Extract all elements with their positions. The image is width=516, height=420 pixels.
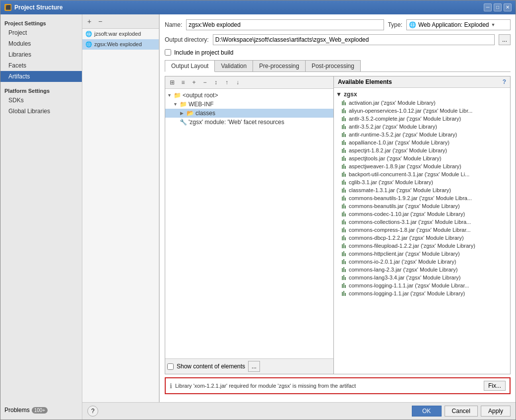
apply-button[interactable]: Apply [481, 406, 511, 417]
artifact-item-label: zgsx:Web exploded [94, 41, 142, 47]
artifact-tabs: Output Layout Validation Pre-processing … [165, 60, 511, 72]
tree-remove-btn[interactable]: − [200, 78, 210, 87]
sidebar-item-libraries[interactable]: Libraries [0, 49, 82, 60]
tree-sort-btn[interactable]: ↕ [211, 78, 221, 87]
sidebar-item-modules[interactable]: Modules [0, 38, 82, 49]
item-label: commons-dbcp-1.2.2.jar ('zgsx' Module Li… [349, 235, 464, 241]
artifact-item-label: jzsoft:war exploded [94, 31, 141, 37]
item-label: aopalliance-1.0.jar ('zgsx' Module Libra… [349, 140, 450, 145]
artifact-item-jzsoft[interactable]: 🌐 jzsoft:war exploded [82, 29, 159, 39]
elements-item[interactable]: commons-beanutils.jar ('zgsx' Module Lib… [334, 202, 510, 210]
close-button[interactable]: ✕ [504, 3, 512, 11]
elements-item[interactable]: commons-lang3-3.4.jar ('zgsx' Module Lib… [334, 274, 510, 281]
elements-item[interactable]: aliyun-openservices-1.0.12.jar ('zgsx' M… [334, 107, 510, 115]
elements-item[interactable]: backport-util-concurrent-3.1.jar ('zgsx'… [334, 170, 510, 178]
info-icon: ℹ [170, 382, 172, 390]
tab-content: ⊞ ≡ + − ↕ ↑ ↓ ▼ 📁 [165, 76, 511, 374]
elements-item[interactable]: commons-collections-3.1.jar ('zgsx' Modu… [334, 218, 510, 226]
elements-group-header[interactable]: ▼ zgsx [334, 90, 510, 99]
elements-item[interactable]: aopalliance-1.0.jar ('zgsx' Module Libra… [334, 139, 510, 146]
sidebar-item-sdks[interactable]: SDKs [0, 95, 82, 106]
output-dir-input[interactable] [213, 34, 495, 45]
elements-item[interactable]: commons-dbcp-1.2.2.jar ('zgsx' Module Li… [334, 234, 510, 242]
tree-facet-resources[interactable]: 🔧 'zgsx' module: 'Web' facet resources [165, 118, 333, 127]
elements-item[interactable]: antlr-runtime-3.5.2.jar ('zgsx' Module L… [334, 131, 510, 139]
problems-item[interactable]: Problems 100+ [0, 405, 82, 416]
project-settings-label: Project Settings [0, 18, 82, 27]
jar-icon [342, 219, 346, 224]
tree-list-btn[interactable]: ≡ [178, 78, 188, 87]
tab-validation[interactable]: Validation [214, 60, 253, 71]
elements-item[interactable]: antlr-3.5.2-complete.jar ('zgsx' Module … [334, 115, 510, 123]
tab-pre-processing[interactable]: Pre-processing [253, 60, 306, 71]
elements-item[interactable]: commons-logging-1.1.1.jar ('zgsx' Module… [334, 281, 510, 289]
elements-item[interactable]: cglib-3.1.jar ('zgsx' Module Library) [334, 178, 510, 186]
tree-add-btn[interactable]: + [189, 78, 199, 87]
elements-item[interactable]: antlr-3.5.2.jar ('zgsx' Module Library) [334, 123, 510, 131]
item-label: commons-httpclient.jar ('zgsx' Module Li… [349, 251, 460, 257]
elements-item[interactable]: activation.jar ('zgsx' Module Library) [334, 99, 510, 107]
elements-item[interactable]: commons-beanutils-1.9.2.jar ('zgsx' Modu… [334, 194, 510, 202]
browse-button[interactable]: ... [499, 34, 511, 45]
tree-item-label: classes [195, 110, 215, 117]
artifact-remove-button[interactable]: − [95, 16, 105, 26]
artifact-add-button[interactable]: + [84, 16, 94, 26]
type-label: Type: [388, 21, 402, 28]
tree-web-inf[interactable]: ▼ 📁 WEB-INF [165, 100, 333, 109]
help-icon[interactable]: ? [503, 78, 506, 85]
tree-classes[interactable]: ▶ 📂 classes [165, 109, 333, 118]
item-label: commons-lang3-3.4.jar ('zgsx' Module Lib… [349, 275, 461, 280]
elements-item[interactable]: commons-io-2.0.1.jar ('zgsx' Module Libr… [334, 258, 510, 266]
folder-icon: 📁 [174, 92, 181, 99]
error-message-container: ℹ Library 'xom-1.2.1.jar' required for m… [170, 382, 356, 390]
help-button[interactable]: ? [87, 406, 98, 417]
show-content-checkbox[interactable] [167, 363, 174, 370]
type-select[interactable]: 🌐 Web Application: Exploded ▼ [406, 19, 511, 30]
item-label: commons-fileupload-1.2.2.jar ('zgsx' Mod… [349, 243, 475, 249]
sidebar: Project Settings Project Modules Librari… [0, 14, 82, 420]
tab-output-layout[interactable]: Output Layout [165, 60, 215, 72]
tree-item-label: WEB-INF [189, 101, 214, 108]
artifact-item-zgsx[interactable]: 🌐 zgsx:Web exploded [82, 39, 159, 50]
elements-item[interactable]: commons-compress-1.8.jar ('zgsx' Module … [334, 226, 510, 234]
elements-item[interactable]: commons-fileupload-1.2.2.jar ('zgsx' Mod… [334, 242, 510, 250]
tree-output-root[interactable]: ▼ 📁 <output root> [165, 91, 333, 100]
name-input[interactable] [186, 19, 384, 30]
minimize-button[interactable]: ─ [484, 3, 492, 11]
include-in-build-row: Include in project build [165, 49, 511, 56]
elements-item[interactable]: commons-logging-1.1.jar ('zgsx' Module L… [334, 289, 510, 297]
elements-item[interactable]: aspectjweaver-1.8.9.jar ('zgsx' Module L… [334, 162, 510, 170]
jar-icon [342, 148, 346, 153]
elements-item[interactable]: commons-httpclient.jar ('zgsx' Module Li… [334, 250, 510, 258]
tree-up-btn[interactable]: ↑ [222, 78, 232, 87]
item-label: commons-compress-1.8.jar ('zgsx' Module … [349, 227, 471, 233]
tab-post-processing[interactable]: Post-processing [305, 60, 361, 71]
sidebar-item-project[interactable]: Project [0, 27, 82, 38]
elements-item[interactable]: aspectjrt-1.8.2.jar ('zgsx' Module Libra… [334, 146, 510, 154]
show-content-options-btn[interactable]: ... [248, 361, 260, 372]
ok-button[interactable]: OK [412, 406, 442, 417]
elements-item[interactable]: commons-codec-1.10.jar ('zgsx' Module Li… [334, 210, 510, 218]
elements-item[interactable]: aspectjtools.jar ('zgsx' Module Library) [334, 154, 510, 162]
web-app-icon: 🌐 [409, 21, 416, 28]
sidebar-item-artifacts[interactable]: Artifacts [0, 71, 82, 82]
elements-item[interactable]: commons-lang-2.3.jar ('zgsx' Module Libr… [334, 266, 510, 274]
platform-settings-label: Platform Settings [0, 86, 82, 95]
sidebar-item-facets[interactable]: Facets [0, 60, 82, 71]
fix-button[interactable]: Fix... [484, 381, 506, 391]
maximize-button[interactable]: □ [494, 3, 502, 11]
cancel-button[interactable]: Cancel [445, 406, 478, 417]
tree-bottom-bar: Show content of elements ... [165, 358, 333, 374]
tree-show-btn[interactable]: ⊞ [167, 78, 177, 87]
include-in-build-checkbox[interactable] [165, 49, 171, 56]
show-content-label: Show content of elements [177, 363, 245, 370]
jar-icon [342, 180, 346, 185]
item-label: aliyun-openservices-1.0.12.jar ('zgsx' M… [349, 108, 472, 114]
output-tree: ▼ 📁 <output root> ▼ 📁 WEB-INF [165, 89, 333, 358]
expand-icon: ▶ [180, 111, 185, 116]
tree-down-btn[interactable]: ↓ [233, 78, 243, 87]
sidebar-item-global-libraries[interactable]: Global Libraries [0, 106, 82, 117]
item-label: commons-logging-1.1.jar ('zgsx' Module L… [349, 290, 465, 296]
artifact-list-panel: + − 🌐 jzsoft:war exploded 🌐 zgsx:Web exp… [82, 14, 159, 402]
elements-item[interactable]: classmate-1.3.1.jar ('zgsx' Module Libra… [334, 186, 510, 194]
